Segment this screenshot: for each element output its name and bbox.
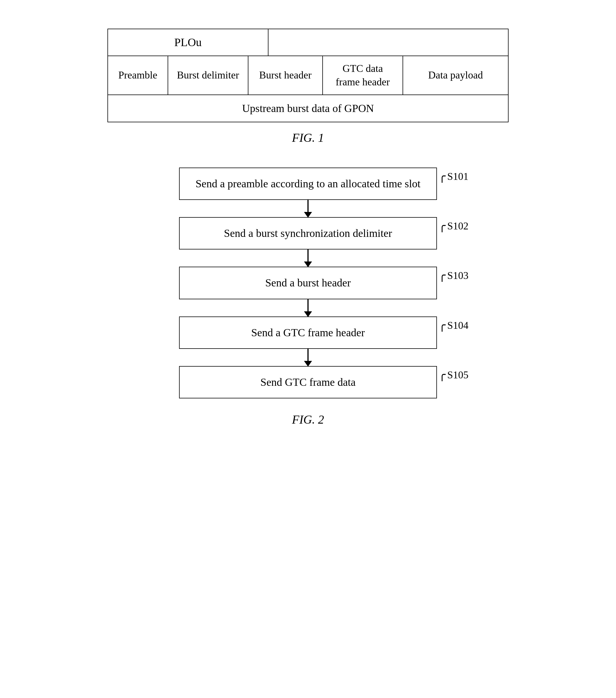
plou-right-cell (269, 29, 508, 56)
step-s102-annotation: ╭ S102 (439, 220, 468, 232)
table-row-upstream: Upstream burst data of GPON (108, 95, 508, 122)
preamble-label: Preamble (118, 68, 157, 82)
s105-id: S105 (447, 369, 468, 381)
step-s101-label: Send a preamble according to an allocate… (195, 176, 420, 191)
fig2-diagram: Send a preamble according to an allocate… (107, 168, 509, 444)
table-diagram: PLOu Preamble Burst delimiter Burst head… (107, 29, 509, 122)
step-s101-row: Send a preamble according to an allocate… (107, 168, 509, 200)
s102-tick: ╭ (439, 220, 446, 232)
step-s104-row: Send a GTC frame header ╭ S104 (107, 317, 509, 349)
data-payload-label: Data payload (428, 68, 483, 82)
arrow-3 (307, 299, 309, 317)
fig1-caption: FIG. 1 (107, 131, 509, 145)
arrow-2 (307, 250, 309, 267)
step-s105-box: Send GTC frame data (179, 366, 437, 399)
data-payload-cell: Data payload (403, 56, 508, 95)
step-s103-row: Send a burst header ╭ S103 (107, 267, 509, 299)
step-s105-label: Send GTC frame data (260, 375, 356, 390)
s101-tick: ╭ (439, 170, 446, 182)
step-s102-label: Send a burst synchronization delimiter (224, 226, 392, 241)
burst-header-label: Burst header (259, 68, 312, 82)
s104-tick: ╭ (439, 319, 446, 331)
upstream-label: Upstream burst data of GPON (242, 101, 374, 115)
s103-tick: ╭ (439, 269, 446, 281)
step-s103-box: Send a burst header (179, 267, 437, 299)
gtc-header-cell: GTC data frame header (323, 56, 403, 95)
step-s105-annotation: ╭ S105 (439, 369, 468, 381)
s101-id: S101 (447, 170, 468, 182)
fig1-diagram: PLOu Preamble Burst delimiter Burst head… (107, 29, 509, 162)
burst-header-cell: Burst header (248, 56, 323, 95)
burst-delimiter-label: Burst delimiter (177, 68, 239, 82)
burst-delimiter-cell: Burst delimiter (168, 56, 248, 95)
table-row-fields: Preamble Burst delimiter Burst header GT… (108, 56, 508, 95)
step-s105-row: Send GTC frame data ╭ S105 (107, 366, 509, 399)
step-s102-box: Send a burst synchronization delimiter (179, 217, 437, 250)
step-s102-row: Send a burst synchronization delimiter ╭… (107, 217, 509, 250)
fig2-caption: FIG. 2 (292, 413, 324, 427)
s103-id: S103 (447, 269, 468, 281)
flowchart: Send a preamble according to an allocate… (107, 168, 509, 399)
arrow-1 (307, 200, 309, 217)
step-s103-annotation: ╭ S103 (439, 269, 468, 281)
upstream-cell: Upstream burst data of GPON (108, 95, 508, 122)
gtc-header-label: GTC data frame header (330, 62, 396, 89)
step-s104-box: Send a GTC frame header (179, 317, 437, 349)
s104-id: S104 (447, 319, 468, 331)
s102-id: S102 (447, 220, 468, 232)
step-s101-annotation: ╭ S101 (439, 170, 468, 182)
plou-label: PLOu (174, 35, 202, 50)
table-row-plou: PLOu (108, 29, 508, 56)
plou-cell: PLOu (108, 29, 269, 56)
preamble-cell: Preamble (108, 56, 168, 95)
step-s101-box: Send a preamble according to an allocate… (179, 168, 437, 200)
arrow-4 (307, 349, 309, 366)
s105-tick: ╭ (439, 369, 446, 380)
step-s103-label: Send a burst header (265, 275, 351, 290)
step-s104-annotation: ╭ S104 (439, 319, 468, 331)
step-s104-label: Send a GTC frame header (251, 325, 365, 340)
